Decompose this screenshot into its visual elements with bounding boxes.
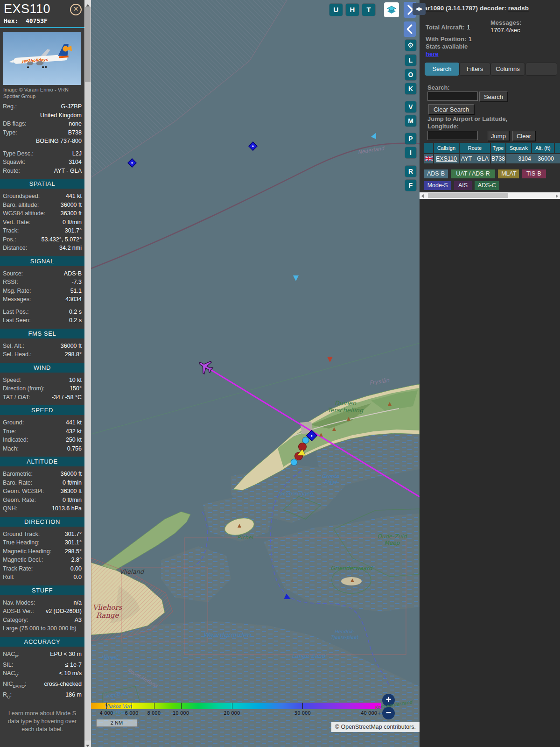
data-value: ≤ 1e-7 (65, 661, 82, 669)
data-row: WGS84 altitude:36300 ft (0, 209, 84, 218)
map-button-p[interactable]: P (405, 133, 416, 144)
data-value: 34.2 nmi (59, 244, 82, 253)
collapse-sidebar-button[interactable] (404, 21, 416, 37)
info-row: Route:AYT - GLA (0, 167, 84, 176)
diamond-dot (252, 145, 254, 147)
data-label: Last Pos.: (3, 308, 29, 317)
search-button[interactable]: Search (479, 92, 508, 102)
tab-filters[interactable]: Filters (459, 63, 490, 76)
close-icon[interactable]: ✕ (70, 4, 82, 15)
table-horizontal-scrollbar[interactable] (420, 192, 560, 199)
map-button-h[interactable]: H (346, 4, 359, 16)
tab-search[interactable]: Search (425, 63, 459, 76)
column-header-Squawk[interactable]: Squawk (506, 143, 531, 153)
hscrollbar-thumb[interactable] (428, 193, 508, 198)
scrollbar-thumb[interactable] (85, 7, 91, 82)
legend-tick (154, 703, 154, 709)
column-header-flag[interactable] (424, 143, 433, 153)
map-button-f[interactable]: F (405, 180, 416, 191)
readsb-link[interactable]: readsb (508, 5, 529, 12)
control-panel: tar1090 (3.14.1787) decoder: readsb Tota… (420, 0, 560, 747)
data-row: NICBARO:cross-checked (0, 680, 84, 691)
data-value: 43034 (65, 295, 82, 304)
legend-tick-label: 40 000+ (361, 711, 381, 716)
zoom-in-button[interactable]: + (382, 694, 395, 706)
badge-mode-s[interactable]: Mode-S (424, 181, 451, 190)
badge-tis-b[interactable]: TIS-B (522, 169, 546, 178)
registration-link[interactable]: G-JZBP (61, 102, 82, 111)
scroll-down-icon[interactable] (84, 740, 91, 747)
aircraft-icon-exs110[interactable] (197, 359, 213, 374)
column-header-Type[interactable]: Type (491, 143, 505, 153)
data-label: NICBARO: (3, 680, 27, 691)
column-header-S[interactable]: S (555, 143, 560, 153)
map-button-u[interactable]: U (329, 4, 343, 16)
layers-button[interactable] (384, 2, 399, 17)
data-row: Large (75 000 to 300 000 lb) (0, 624, 84, 633)
data-value: 0.2 s (69, 316, 82, 325)
zoom-out-button[interactable]: − (382, 707, 395, 719)
map-button-k[interactable]: K (405, 83, 416, 94)
legend-tick (106, 703, 107, 709)
row-cell[interactable]: B738 (491, 154, 505, 163)
aircraft-hex: Hex: 40753F (4, 17, 81, 24)
badge-uat-ads-r[interactable]: UAT / ADS-R (451, 169, 495, 178)
info-row: Squawk:3104 (0, 158, 84, 167)
map-button-i[interactable]: I (405, 147, 416, 158)
map[interactable]: NederlandFryslânDuinenTerschellingGroote… (91, 0, 420, 747)
badge-mlat[interactable]: MLAT (498, 169, 519, 178)
row-cell[interactable]: EXS110 (434, 154, 459, 163)
tab-columns[interactable]: Columns (490, 63, 525, 76)
clear-search-button[interactable]: Clear Search (428, 104, 474, 114)
scroll-right-icon[interactable] (556, 194, 558, 198)
data-value: 53.432°, 5.072° (42, 235, 82, 244)
legend-tick (132, 703, 132, 709)
row-cell[interactable]: 3104 (506, 154, 533, 163)
map-button-r[interactable]: R (405, 166, 416, 177)
column-header-Route[interactable]: Route (460, 143, 490, 153)
map-scale: 2 NM (96, 719, 138, 727)
info-label: Type: (3, 128, 17, 137)
settings-gear-button[interactable]: ⚙ (405, 40, 416, 51)
info-value: AYT - GLA (54, 167, 82, 176)
data-row: Baro. altitude:36000 ft (0, 201, 84, 210)
messages-rate: 1707.4/sec (490, 27, 520, 34)
row-cell[interactable] (555, 154, 560, 163)
scroll-left-icon[interactable] (421, 194, 424, 198)
jump-label-line1: Jump to Airport or Latitude, (427, 115, 507, 122)
panel-toggle-button[interactable]: ◀▶ (413, 3, 426, 15)
row-cell[interactable]: AYT - GLA (460, 154, 490, 163)
campsite-icon (332, 427, 336, 431)
map-button-t[interactable]: T (362, 4, 375, 16)
stats-here-link[interactable]: here (426, 50, 438, 57)
column-header-Callsign[interactable]: Callsign (434, 143, 459, 153)
data-value: 150° (70, 384, 82, 393)
data-label: Msg. Rate: (3, 287, 31, 296)
search-input[interactable] (427, 92, 478, 101)
column-header-Alt. (ft)[interactable]: Alt. (ft) (532, 143, 554, 153)
map-button-o[interactable]: O (405, 69, 416, 80)
row-cell[interactable]: 36000 (532, 154, 556, 163)
data-row: Category:A3 (0, 616, 84, 625)
map-button-v[interactable]: V (405, 101, 416, 113)
clear-button[interactable]: Clear (512, 131, 535, 141)
row-flag-cell[interactable] (424, 154, 433, 163)
badge-ads-b[interactable]: ADS-B (424, 169, 448, 178)
badge-ais[interactable]: AIS (454, 181, 472, 190)
data-value: n/a (74, 599, 82, 607)
aircraft-photo[interactable]: Jet2holidays (3, 32, 81, 85)
map-button-m[interactable]: M (405, 115, 416, 127)
data-row: Geom. Rate:0 ft/min (0, 496, 84, 505)
jump-button[interactable]: Jump (488, 131, 509, 141)
data-label: Groundspeed: (3, 192, 40, 201)
badge-ads-c[interactable]: ADS-C (475, 181, 499, 190)
tab-extra[interactable] (525, 63, 557, 76)
scroll-up-icon[interactable] (84, 0, 91, 7)
left-panel-scrollbar[interactable] (84, 0, 91, 747)
jump-input[interactable] (427, 131, 478, 140)
info-value: none (69, 120, 82, 128)
vessel-triangle-marker (327, 357, 333, 362)
data-row: True Heading:301.1° (0, 538, 84, 547)
map-button-l[interactable]: L (405, 55, 416, 66)
data-value: -7.3 (71, 278, 82, 287)
